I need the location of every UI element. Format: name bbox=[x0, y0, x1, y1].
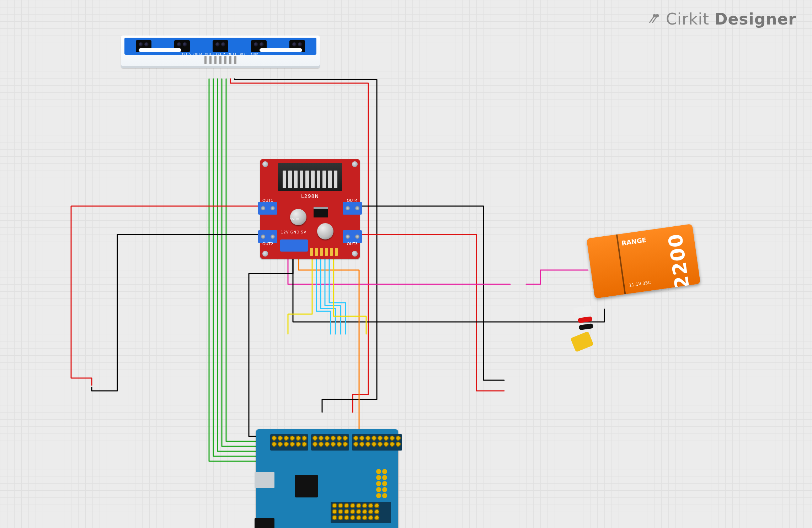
digital-pin-rows[interactable] bbox=[270, 434, 391, 451]
wire-ir-out2[interactable] bbox=[222, 79, 333, 446]
wire-l298-out4-motorR-blk[interactable] bbox=[360, 206, 504, 380]
label-out4: OUT4 bbox=[347, 198, 358, 203]
voltage-regulator bbox=[314, 207, 328, 217]
terminal-out2[interactable] bbox=[258, 230, 277, 243]
lipo-battery[interactable]: RANGE 2200 11.1V 35C bbox=[590, 231, 697, 291]
wire-bat-neg-l298-gnd[interactable] bbox=[293, 256, 604, 322]
analog-pin-rows[interactable] bbox=[331, 502, 391, 523]
heatsink bbox=[278, 163, 342, 191]
usb-port-icon bbox=[255, 472, 274, 488]
ir-pin-labels: OUT5 OUT4 OUT3 OUT2 OUT1 VCC GND bbox=[182, 53, 259, 56]
design-canvas[interactable]: Cirkit Designer OUT5 OUT4 OUT3 OUT2 OUT1… bbox=[0, 0, 812, 528]
mount-slot-right bbox=[260, 48, 302, 52]
mount-hole-icon bbox=[352, 161, 358, 167]
battery-capacity: 2200 bbox=[664, 232, 694, 291]
l298n-chip-label: L298N bbox=[301, 193, 319, 199]
wire-ir-out5[interactable] bbox=[209, 79, 320, 461]
mcu-chip-icon bbox=[295, 475, 318, 497]
terminal-out3[interactable] bbox=[343, 230, 362, 243]
wire-ir-out3[interactable] bbox=[218, 79, 328, 451]
wire-l298-5v-ard-5v[interactable] bbox=[299, 256, 359, 436]
label-power: 12V GND 5V bbox=[281, 230, 306, 234]
mount-hole-icon bbox=[262, 161, 268, 167]
barrel-jack-icon bbox=[255, 518, 274, 528]
arduino-uno-shield[interactable] bbox=[256, 429, 398, 528]
wire-l298-gnd-ard-gnd[interactable] bbox=[249, 256, 322, 436]
label-5ven: 5VEN bbox=[290, 217, 299, 221]
balance-connector-icon bbox=[573, 306, 592, 315]
label-out2: OUT2 bbox=[262, 242, 273, 246]
battery-lead-positive bbox=[578, 316, 593, 323]
xt60-connector-icon bbox=[570, 331, 594, 352]
label-out3: OUT3 bbox=[347, 242, 358, 246]
wire-in2[interactable] bbox=[321, 256, 336, 334]
mount-hole-icon bbox=[352, 251, 358, 257]
capacitor-icon bbox=[317, 223, 333, 239]
battery-brand: RANGE bbox=[621, 236, 647, 247]
ir-pin-header bbox=[204, 56, 236, 64]
control-header[interactable] bbox=[310, 248, 338, 256]
terminal-out1[interactable] bbox=[258, 202, 277, 215]
wire-in3[interactable] bbox=[325, 256, 341, 334]
wire-ena[interactable] bbox=[288, 256, 312, 334]
wire-bat-pos-switch[interactable] bbox=[526, 270, 588, 284]
side-header[interactable] bbox=[376, 469, 390, 498]
mount-hole-icon bbox=[262, 251, 268, 257]
wire-switch-l298-12v[interactable] bbox=[287, 256, 510, 284]
capacitor-icon bbox=[290, 209, 306, 225]
l298n-motor-driver[interactable]: L298N OUT1 OUT2 OUT3 OUT4 12V GND 5V 5VE… bbox=[260, 159, 360, 259]
svg-point-1 bbox=[656, 15, 658, 17]
wire-l298-out3-motorR-red[interactable] bbox=[360, 235, 504, 391]
terminal-out4[interactable] bbox=[343, 202, 362, 215]
terminal-power[interactable] bbox=[280, 239, 308, 252]
cirkit-logo-icon bbox=[647, 12, 662, 26]
wire-in4[interactable] bbox=[329, 256, 346, 334]
ir-sensor-array[interactable]: OUT5 OUT4 OUT3 OUT2 OUT1 VCC GND bbox=[121, 36, 320, 68]
app-watermark: Cirkit Designer bbox=[647, 10, 796, 28]
wire-in1[interactable] bbox=[316, 256, 331, 334]
wire-l298-out2-motorL-blk[interactable] bbox=[92, 235, 260, 391]
wire-ir-out1[interactable] bbox=[226, 79, 337, 441]
ir-sensor-3 bbox=[213, 40, 228, 52]
battery-spec: 11.1V 35C bbox=[629, 280, 651, 288]
wire-ir-out4[interactable] bbox=[213, 79, 324, 456]
mount-slot-left bbox=[139, 48, 181, 52]
ir-sensor-bar: OUT5 OUT4 OUT3 OUT2 OUT1 VCC GND bbox=[124, 38, 316, 55]
wire-enb[interactable] bbox=[333, 256, 366, 334]
wire-l298-out1-motorL-red[interactable] bbox=[71, 206, 260, 385]
svg-point-0 bbox=[653, 15, 656, 17]
brand-text: Cirkit Designer bbox=[666, 10, 796, 28]
label-out1: OUT1 bbox=[262, 198, 273, 203]
battery-lead-negative bbox=[579, 323, 594, 330]
